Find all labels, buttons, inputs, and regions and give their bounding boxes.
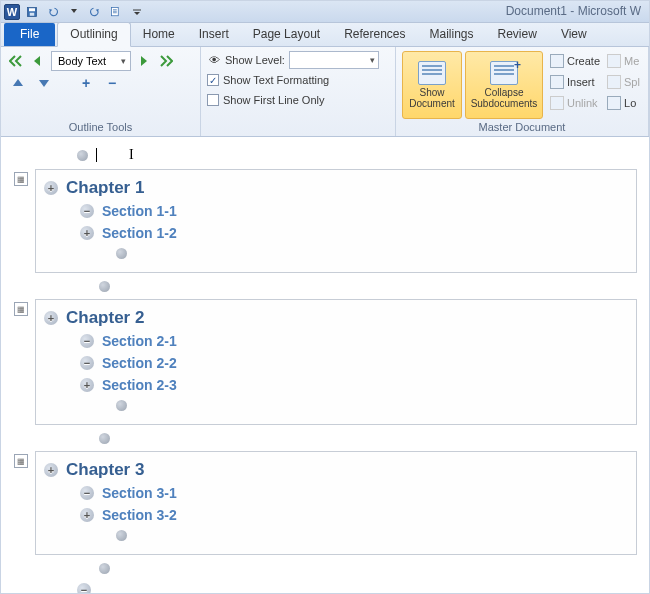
body-text-line[interactable] <box>35 559 637 577</box>
text-cursor <box>96 148 97 162</box>
unlink-subdoc-button[interactable]: Unlink <box>550 93 600 113</box>
tab-mailings[interactable]: Mailings <box>418 23 486 46</box>
create-subdoc-button[interactable]: Create <box>550 51 600 71</box>
lock-subdoc-button[interactable]: Lo <box>607 93 640 113</box>
group-show-options: 👁 Show Level: ▾ ✓ Show Text Formatting S… <box>201 47 396 136</box>
tab-home[interactable]: Home <box>131 23 187 46</box>
outline-plus-icon[interactable]: + <box>80 508 94 522</box>
undo-dropdown-icon[interactable] <box>65 4 83 20</box>
tab-page-layout[interactable]: Page Layout <box>241 23 332 46</box>
subdocument-handle-icon[interactable]: ▦ <box>14 454 28 468</box>
outline-plus-icon[interactable]: + <box>80 226 94 240</box>
insert-subdoc-button[interactable]: Insert <box>550 72 600 92</box>
checkbox-checked-icon: ✓ <box>207 74 219 86</box>
tab-review[interactable]: Review <box>486 23 549 46</box>
outline-bullet-icon <box>77 150 88 161</box>
chapter-heading[interactable]: +Chapter 2 <box>44 306 630 330</box>
merge-subdoc-button[interactable]: Me <box>607 51 640 71</box>
tab-references[interactable]: References <box>332 23 417 46</box>
section-heading[interactable]: +Section 2-3 <box>44 374 630 396</box>
word-icon: W <box>4 4 20 20</box>
outline-minus-icon[interactable]: − <box>80 334 94 348</box>
demote-button[interactable] <box>135 52 153 70</box>
chapter-heading[interactable]: +Chapter 1 <box>44 176 630 200</box>
tab-insert[interactable]: Insert <box>187 23 241 46</box>
section-heading[interactable]: −Section 1-1 <box>44 200 630 222</box>
redo-button[interactable] <box>86 4 104 20</box>
subdocument[interactable]: ▦+Chapter 1−Section 1-1+Section 1-2 <box>35 169 637 273</box>
collapse-subdocuments-button[interactable]: + Collapse Subdocuments <box>465 51 543 119</box>
outline-plus-icon[interactable]: + <box>44 311 58 325</box>
svg-rect-2 <box>30 12 35 15</box>
tab-file[interactable]: File <box>4 23 55 46</box>
section-heading[interactable]: +Section 1-2 <box>44 222 630 244</box>
app-window: W Document1 - Microsoft W File Outlining… <box>0 0 650 594</box>
qat-button[interactable] <box>107 4 125 20</box>
qat-customize-icon[interactable] <box>128 4 146 20</box>
outline-bullet-icon <box>116 248 127 259</box>
section-heading[interactable]: +Section 3-2 <box>44 504 630 526</box>
outline-level-select[interactable]: Body Text ▾ <box>51 51 131 71</box>
expand-button[interactable]: + <box>77 74 95 92</box>
outline-minus-icon[interactable]: − <box>80 356 94 370</box>
collapse-button[interactable]: − <box>103 74 121 92</box>
ribbon-tabs: File Outlining Home Insert Page Layout R… <box>1 23 649 47</box>
section-heading[interactable]: −Section 3-1 <box>44 482 630 504</box>
create-icon <box>550 54 564 68</box>
subdocument[interactable]: ▦+Chapter 2−Section 2-1−Section 2-2+Sect… <box>35 299 637 425</box>
insert-icon <box>550 75 564 89</box>
promote-to-heading1-button[interactable] <box>7 52 25 70</box>
section-heading[interactable]: −Section 2-2 <box>44 352 630 374</box>
quick-access-toolbar: W <box>1 4 146 20</box>
section-title: Section 1-2 <box>102 225 177 241</box>
chapter-title: Chapter 3 <box>66 460 144 480</box>
chapter-title: Chapter 1 <box>66 178 144 198</box>
body-text-line[interactable] <box>35 277 637 295</box>
document-area[interactable]: ▦+Chapter 1−Section 1-1+Section 1-2▦+Cha… <box>1 137 649 593</box>
unlink-icon <box>550 96 564 110</box>
tab-view[interactable]: View <box>549 23 599 46</box>
outline-level-value: Body Text <box>58 55 106 67</box>
promote-button[interactable] <box>29 52 47 70</box>
save-button[interactable] <box>23 4 41 20</box>
outline-minus-icon[interactable]: − <box>77 583 91 593</box>
move-down-button[interactable] <box>35 74 53 92</box>
body-text-line[interactable] <box>44 396 630 414</box>
undo-button[interactable] <box>44 4 62 20</box>
show-first-line-checkbox[interactable]: Show First Line Only <box>207 91 389 109</box>
outline-plus-icon[interactable]: + <box>44 463 58 477</box>
chevron-down-icon: ▾ <box>121 56 126 66</box>
chapter-title: Chapter 2 <box>66 308 144 328</box>
outline-bullet-icon <box>99 433 110 444</box>
outline-minus-icon[interactable]: − <box>80 204 94 218</box>
show-text-formatting-checkbox[interactable]: ✓ Show Text Formatting <box>207 71 389 89</box>
body-text-line[interactable] <box>44 526 630 544</box>
outline-minus-icon[interactable]: − <box>80 486 94 500</box>
group-master-document: Show Document + Collapse Subdocuments Cr… <box>396 47 649 136</box>
body-text-line[interactable] <box>44 244 630 262</box>
chapter-heading[interactable]: +Chapter 3 <box>44 458 630 482</box>
outline-bullet-icon <box>99 281 110 292</box>
split-subdoc-button[interactable]: Spl <box>607 72 640 92</box>
split-icon <box>607 75 621 89</box>
document-title: Document1 - Microsoft W <box>506 4 641 18</box>
subdocument-handle-icon[interactable]: ▦ <box>14 302 28 316</box>
move-up-button[interactable] <box>9 74 27 92</box>
ribbon: Body Text ▾ + − Outline Tools <box>1 47 649 137</box>
show-level-label: Show Level: <box>225 54 285 66</box>
show-level-select[interactable]: ▾ <box>289 51 379 69</box>
outline-plus-icon[interactable]: + <box>80 378 94 392</box>
tab-outlining[interactable]: Outlining <box>57 22 130 47</box>
section-title: Section 2-1 <box>102 333 177 349</box>
section-heading[interactable]: −Section 2-1 <box>44 330 630 352</box>
section-title: Section 2-3 <box>102 377 177 393</box>
section-title: Section 1-1 <box>102 203 177 219</box>
subdocument-handle-icon[interactable]: ▦ <box>14 172 28 186</box>
title-bar: W Document1 - Microsoft W <box>1 1 649 23</box>
section-title: Section 3-1 <box>102 485 177 501</box>
show-document-button[interactable]: Show Document <box>402 51 462 119</box>
demote-to-body-button[interactable] <box>157 52 175 70</box>
body-text-line[interactable] <box>35 429 637 447</box>
subdocument[interactable]: ▦+Chapter 3−Section 3-1+Section 3-2 <box>35 451 637 555</box>
outline-plus-icon[interactable]: + <box>44 181 58 195</box>
